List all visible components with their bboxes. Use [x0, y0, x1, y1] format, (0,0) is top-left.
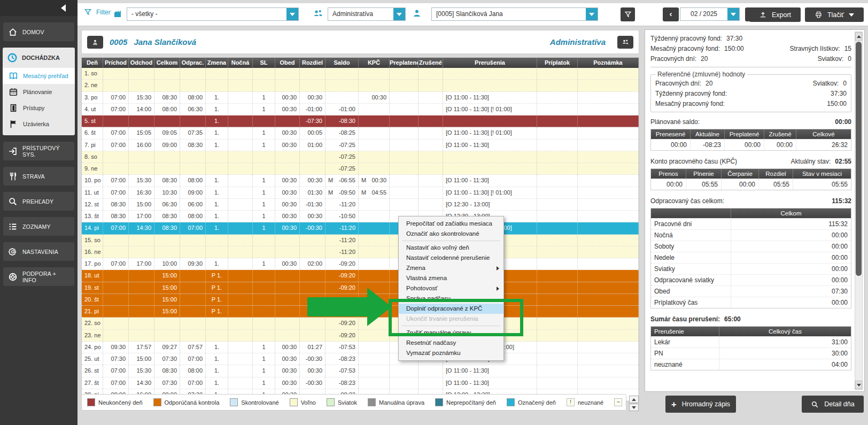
- table-cell: 1: [253, 353, 275, 365]
- column-header[interactable]: Rozdiel: [300, 58, 326, 68]
- column-header[interactable]: Odprac.: [180, 58, 206, 68]
- column-header[interactable]: Poznámka: [578, 58, 639, 68]
- table-row[interactable]: 24. po09:3017:5709:2707:571.100:3001:27-…: [82, 342, 639, 353]
- sidebar-item-planovanie[interactable]: Plánovanie: [3, 84, 75, 100]
- context-menu-item[interactable]: Pohotovosť: [399, 283, 503, 293]
- table-cell: [578, 175, 639, 186]
- day-detail-button[interactable]: Detail dňa: [802, 396, 864, 413]
- column-header[interactable]: Zmena: [206, 58, 228, 68]
- export-button[interactable]: Export: [749, 7, 801, 22]
- department-badge-icon[interactable]: [617, 36, 633, 49]
- filter-toggle[interactable]: Filter: [84, 8, 111, 16]
- sidebar-item-zoznamy[interactable]: ZOZNAMY: [3, 217, 74, 236]
- table-row[interactable]: 19. st15:00P 1.-09:20[L 07:30] [PN 07:30…: [82, 282, 639, 294]
- dropdown-arrow-icon[interactable]: [727, 8, 739, 20]
- column-header[interactable]: Deň: [82, 58, 103, 68]
- table-row[interactable]: 8. so-07:25: [82, 151, 639, 163]
- table-cell: 00:30: [275, 342, 300, 353]
- dropdown-arrow-icon[interactable]: [286, 8, 298, 20]
- column-header[interactable]: Zrušené: [418, 58, 443, 68]
- table-row[interactable]: 5. st1.-07:30-08:30: [82, 115, 639, 127]
- table-row[interactable]: 22. so-09:20: [82, 318, 639, 329]
- context-menu-item[interactable]: Resetnúť nadčasy: [399, 338, 503, 348]
- sidebar-item-prehlady[interactable]: PREHĽADY: [3, 192, 74, 211]
- table-row[interactable]: 10. po07:0015:3008:3008:001.100:3000:30M…: [82, 175, 639, 187]
- sidebar-item-pristupovy-sys[interactable]: PRÍSTUPOVÝ SYS.: [3, 142, 74, 160]
- table-row[interactable]: 4. ut07:0014:0008:0006:301.100:30-01:00-…: [82, 104, 639, 115]
- bulk-entry-button[interactable]: + Hromadný zápis: [665, 396, 736, 413]
- context-menu-item[interactable]: Nastaviť ako voľný deň: [399, 243, 503, 253]
- context-menu-item[interactable]: Doplniť odpracované z KPČ: [399, 304, 503, 314]
- scroll-down-button[interactable]: [855, 381, 862, 389]
- column-header[interactable]: Odchod: [129, 58, 154, 68]
- table-row[interactable]: 27. št07:0014:3007:3007:001.100:30-00:30…: [82, 377, 639, 389]
- sidebar-item-dochadzka[interactable]: DOCHÁDZKA: [3, 48, 75, 68]
- column-header[interactable]: Prerušenia: [443, 58, 537, 68]
- spinner-down-button[interactable]: [629, 404, 639, 411]
- table-header-row: DeňPríchodOdchodCelkomOdprac.ZmenaNočnáS…: [82, 58, 639, 68]
- table-row[interactable]: 16. ne-11:20: [82, 246, 639, 258]
- table-row[interactable]: 25. ut07:3015:0007:3007:001.100:30-00:30…: [82, 353, 639, 365]
- dropdown-arrow-icon[interactable]: [393, 8, 405, 20]
- table-row[interactable]: 1. so: [82, 68, 639, 80]
- column-header[interactable]: Preplatené: [390, 58, 418, 68]
- table-row[interactable]: 14. pi07:0014:3008:3007:001.100:30-00:30…: [82, 222, 639, 234]
- advanced-filter-button[interactable]: [621, 7, 635, 21]
- column-header[interactable]: Saldo: [326, 58, 359, 68]
- scroll-up-button[interactable]: [855, 32, 862, 41]
- previous-month-button[interactable]: ‹: [663, 7, 679, 21]
- column-header[interactable]: Príchod: [103, 58, 129, 68]
- sidebar-item-strava[interactable]: STRAVA: [3, 167, 74, 186]
- table-row[interactable]: 13. št08:3017:0008:3008:001.100:3000:30-…: [82, 211, 639, 222]
- table-row[interactable]: 17. po07:0017:0010:0009:301.100:3002:00-…: [82, 258, 639, 270]
- dropdown-arrow-icon[interactable]: [586, 8, 598, 20]
- sidebar-item-label: NASTAVENIA: [22, 249, 58, 255]
- sidebar-item-mesacny-prehlad[interactable]: Mesačný prehľad: [3, 68, 75, 84]
- sidebar-item-podpora[interactable]: PODPORA + INFO: [3, 267, 74, 286]
- department-select[interactable]: Administratíva: [328, 7, 406, 21]
- table-row[interactable]: 3. po07:0015:3008:3008:001.100:3000:3000…: [82, 92, 639, 104]
- column-header[interactable]: Obed: [275, 58, 300, 68]
- table-row[interactable]: 6. št07:0015:0509:0507:351.100:3000:05-0…: [82, 127, 639, 139]
- column-header[interactable]: SL: [253, 58, 275, 68]
- table-cell: [180, 68, 206, 79]
- context-menu-item[interactable]: Nastaviť celodenné prerušenie: [399, 253, 503, 263]
- context-menu-item[interactable]: Vlastná zmena: [399, 273, 503, 283]
- table-row[interactable]: 7. pi07:0016:0009:0008:301.100:3001:00-0…: [82, 140, 639, 151]
- table-row[interactable]: 18. ut15:00P 1.-09:20[L 07:30] [PN 07:30…: [82, 270, 639, 282]
- context-menu-item[interactable]: Označiť ako skontrolované: [399, 229, 503, 239]
- context-menu-item[interactable]: Vymazať poznámku: [399, 348, 503, 358]
- context-menu-item[interactable]: Zrušiť manuálne úpravy: [399, 328, 503, 338]
- table-row[interactable]: 21. pi15:00P 1.-09:20[L 07:30] [PN 07:30…: [82, 306, 639, 318]
- print-button[interactable]: Tlačiť: [805, 7, 864, 22]
- sidebar-collapse-button[interactable]: [0, 0, 78, 16]
- spinner-up-button[interactable]: [629, 396, 639, 403]
- table-row[interactable]: 9. ne-07:25: [82, 163, 639, 175]
- org-unit-select[interactable]: - všetky -: [127, 7, 299, 21]
- column-header[interactable]: Príplatok: [537, 58, 578, 68]
- table-row[interactable]: 2. ne: [82, 80, 639, 91]
- table-row[interactable]: 26. st07:0015:3008:3008:001.100:3000:30-…: [82, 365, 639, 377]
- employee-select[interactable]: [0005] Slančíková Jana: [431, 7, 598, 21]
- table-row[interactable]: 20. št15:00P 1.-09:20[L 07:30] [PN 07:30…: [82, 294, 639, 306]
- table-row[interactable]: 23. ne-09:20: [82, 330, 639, 342]
- sidebar-item-domov[interactable]: DOMOV: [3, 22, 74, 41]
- print-menu-arrow-icon[interactable]: [849, 13, 854, 17]
- table-row[interactable]: 11. ut07:0016:3010:3009:001.100:3001:30M…: [82, 187, 639, 199]
- context-menu-item[interactable]: Správa nadčasu..: [399, 293, 503, 304]
- column-header[interactable]: Nočná: [228, 58, 253, 68]
- panel-scrollbar[interactable]: [855, 32, 863, 390]
- context-menu-item[interactable]: Zmena: [399, 263, 503, 273]
- table-row[interactable]: 12. st08:3015:0006:3006:001.100:30-01:30…: [82, 199, 639, 211]
- table-row[interactable]: 15. so-11:20: [82, 235, 639, 246]
- column-header[interactable]: KPČ: [359, 58, 390, 68]
- month-select[interactable]: 02 / 2025: [680, 7, 740, 21]
- sidebar-item-pristupy[interactable]: Prístupy: [3, 100, 75, 116]
- sidebar-item-uzavierka[interactable]: Uzávierka: [3, 116, 75, 132]
- table-cell: [275, 306, 300, 317]
- context-menu-item[interactable]: Prepočítať od začiatku mesiaca: [399, 219, 503, 229]
- scrollbar-thumb[interactable]: [856, 42, 862, 276]
- table-cell: 07:30: [103, 353, 129, 365]
- column-header[interactable]: Celkom: [154, 58, 180, 68]
- sidebar-item-nastavenia[interactable]: NASTAVENIA: [3, 242, 74, 261]
